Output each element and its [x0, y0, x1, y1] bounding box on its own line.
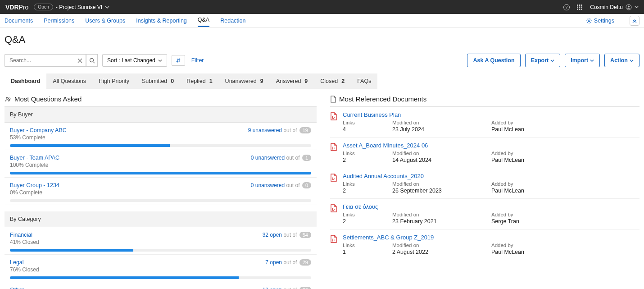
import-button[interactable]: Import	[565, 54, 600, 67]
svg-point-12	[628, 5, 630, 7]
subtab-unanswered[interactable]: Unanswered9	[219, 73, 270, 89]
nav-tab-permissions[interactable]: Permissions	[44, 15, 74, 27]
document-title[interactable]: Settlements_ABC & Group Z_2019	[343, 234, 434, 241]
document-row: Current Business PlanLinks4Modified on23…	[330, 107, 639, 138]
close-icon	[77, 58, 82, 63]
document-title[interactable]: Asset A_Board Minutes_2024 06	[343, 142, 428, 149]
nav-tab-documents[interactable]: Documents	[5, 15, 33, 27]
subtab-high-priority[interactable]: High Priority	[92, 73, 136, 89]
subtab-all-questions[interactable]: All Questions	[46, 73, 92, 89]
svg-point-14	[90, 58, 93, 62]
nav-tab-users-groups[interactable]: Users & Groups	[85, 15, 125, 27]
svg-rect-8	[577, 9, 578, 10]
item-name: Financial	[10, 232, 39, 238]
gear-icon	[586, 18, 592, 24]
nav-tab-insights-reporting[interactable]: Insights & Reporting	[136, 15, 187, 27]
item-sub: 41% Closed	[10, 239, 39, 245]
subtab-answered[interactable]: Answered9	[270, 73, 314, 89]
project-name: - Project Sunrise VI	[56, 4, 102, 10]
progress-bar	[10, 249, 311, 252]
svg-text:?: ?	[566, 5, 568, 9]
doc-links: 2	[343, 188, 392, 194]
user-menu[interactable]: Cosmin Deftu	[590, 4, 639, 10]
pdf-icon	[330, 111, 338, 133]
project-switcher[interactable]: Open - Project Sunrise VI	[34, 4, 109, 10]
open-badge: Open	[34, 4, 53, 10]
settings-link[interactable]: Settings	[586, 15, 614, 27]
svg-rect-5	[577, 6, 578, 8]
nav-tab-redaction[interactable]: Redaction	[220, 15, 245, 27]
list-item[interactable]: Buyer Group - 12340% Complete0 unanswere…	[5, 178, 317, 205]
subtab-closed[interactable]: Closed2	[314, 73, 351, 89]
item-stats: 0 unanswered out of 0	[251, 182, 311, 188]
list-item[interactable]: Financial41% Closed32 open out of 54	[5, 227, 317, 255]
item-name: Legal	[10, 259, 39, 266]
list-item[interactable]: Other54% Closed12 open out of 26	[5, 282, 317, 289]
document-title[interactable]: Current Business Plan	[343, 111, 401, 118]
doc-links: 4	[343, 126, 392, 133]
chevron-down-icon	[630, 59, 634, 63]
pdf-icon	[330, 203, 338, 225]
action-button[interactable]: Action	[604, 54, 639, 67]
doc-modified: 26 September 2023	[392, 188, 491, 194]
document-title[interactable]: Audited Annual Accounts_2020	[343, 173, 424, 179]
item-name: Other	[10, 287, 39, 289]
sort-button[interactable]: Sort : Last Changed	[102, 54, 167, 67]
doc-links: 1	[343, 249, 392, 255]
subtab-submitted[interactable]: Submitted0	[136, 73, 180, 89]
doc-modified: 23 July 2024	[392, 126, 491, 133]
item-name: Buyer - Company ABC	[10, 127, 67, 133]
chevron-down-icon	[590, 59, 594, 63]
list-item[interactable]: Buyer - Company ABC53% Complete9 unanswe…	[5, 123, 317, 150]
document-row: Audited Annual Accounts_2020Links2Modifi…	[330, 168, 639, 199]
topbar: VDRPro Open - Project Sunrise VI ? Cosmi…	[0, 0, 644, 14]
progress-bar	[10, 199, 311, 202]
svg-point-15	[6, 97, 8, 99]
item-name: Buyer Group - 1234	[10, 182, 59, 188]
pdf-icon	[330, 142, 338, 163]
item-sub: 0% Complete	[10, 189, 59, 196]
clear-search-button[interactable]	[74, 54, 86, 67]
most-questions-panel: Most Questions Asked By Buyer Buyer - Co…	[5, 95, 317, 289]
subtab-replied[interactable]: Replied1	[180, 73, 218, 89]
pdf-icon	[330, 234, 338, 255]
group-header-buyer: By Buyer	[5, 107, 317, 123]
item-stats: 32 open out of 54	[263, 232, 311, 238]
progress-bar	[10, 276, 311, 279]
panel-title-text: Most Questions Asked	[14, 95, 82, 103]
subtab-faqs[interactable]: FAQs	[351, 73, 377, 89]
list-item[interactable]: Buyer - Team APAC100% Complete0 unanswer…	[5, 150, 317, 178]
nav-tab-q-a[interactable]: Q&A	[198, 14, 209, 27]
doc-modified: 23 February 2021	[392, 218, 491, 225]
item-stats: 7 open out of 29	[265, 259, 311, 266]
svg-rect-9	[579, 9, 581, 10]
apps-grid-icon[interactable]	[576, 4, 583, 10]
doc-added-by: Paul McLean	[491, 249, 639, 255]
user-avatar-icon	[626, 4, 632, 10]
list-item[interactable]: Legal76% Closed7 open out of 29	[5, 255, 317, 282]
sort-direction-button[interactable]	[172, 55, 185, 66]
svg-point-13	[588, 20, 590, 22]
ask-question-button[interactable]: Ask A Question	[467, 54, 520, 67]
document-row: Γεια σε όλουςLinks2Modified on23 Februar…	[330, 199, 639, 229]
doc-modified: 14 August 2024	[392, 157, 491, 163]
search-button[interactable]	[86, 54, 98, 67]
chevron-down-icon	[158, 59, 162, 63]
chevron-double-up-icon	[632, 18, 637, 23]
collapse-button[interactable]	[630, 16, 639, 26]
chevron-down-icon	[105, 5, 109, 9]
doc-links: 2	[343, 157, 392, 163]
subtab-dashboard[interactable]: Dashboard	[5, 73, 46, 89]
sort-arrow-icon	[176, 58, 181, 63]
help-icon[interactable]: ?	[563, 4, 570, 11]
export-button[interactable]: Export	[525, 54, 561, 67]
item-sub: 76% Closed	[10, 266, 39, 273]
chevron-down-icon	[550, 59, 554, 63]
page-title: Q&A	[5, 34, 639, 46]
search-input[interactable]	[5, 54, 74, 67]
doc-links: 2	[343, 218, 392, 225]
svg-rect-10	[581, 9, 582, 10]
document-title[interactable]: Γεια σε όλους	[343, 203, 378, 210]
group-header-category: By Category	[5, 211, 317, 227]
filter-link[interactable]: Filter	[191, 57, 204, 64]
